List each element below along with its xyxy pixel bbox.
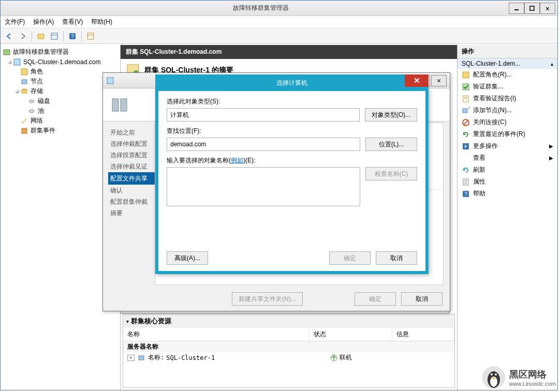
watermark-url: www.Linuxidc.com: [509, 381, 556, 387]
action-item-2[interactable]: 查看验证报告(I): [458, 93, 557, 104]
table-row[interactable]: + 名称: SQL-Cluster-1 联机: [123, 352, 454, 363]
new-share-button[interactable]: 新建共享文件夹(N)...: [232, 292, 303, 306]
minimize-button[interactable]: [509, 3, 524, 14]
wizard-step-5[interactable]: 确认: [110, 185, 155, 196]
tree-disks[interactable]: 磁盘: [3, 96, 118, 106]
refresh-icon: [462, 166, 470, 174]
svg-text:?: ?: [71, 34, 74, 39]
wizard-step-1[interactable]: 选择仲裁配置: [110, 138, 155, 149]
col-name[interactable]: 名称: [123, 328, 310, 341]
action-item-7[interactable]: 查看▶: [458, 152, 557, 164]
svg-rect-20: [22, 128, 27, 133]
menu-bar: 文件(F) 操作(A) 查看(V) 帮助(H): [1, 16, 557, 28]
tree-cluster-label: SQL-Cluster-1.demoad.com: [23, 58, 100, 66]
maximize-button[interactable]: [524, 3, 540, 14]
svg-rect-26: [463, 84, 469, 90]
show-hide-button[interactable]: [49, 31, 60, 42]
menu-action[interactable]: 操作(A): [33, 18, 54, 26]
tree-storage[interactable]: ⊿存储: [3, 86, 118, 96]
tree-pools-label: 池: [38, 107, 44, 115]
tree-cluster[interactable]: ⊿SQL-Cluster-1.demoad.com: [3, 57, 118, 67]
tree-pools[interactable]: 池: [3, 106, 118, 116]
svg-rect-1: [530, 6, 534, 10]
actions-subtitle: SQL-Cluster-1.dem... ▴: [458, 58, 557, 69]
back-button[interactable]: [4, 31, 15, 42]
help-toolbar-button[interactable]: ?: [67, 31, 78, 42]
svg-rect-41: [107, 78, 113, 84]
core-resources-header[interactable]: ▾群集核心资源: [123, 314, 454, 328]
svg-point-16: [29, 110, 34, 113]
svg-rect-7: [87, 33, 94, 39]
extra-toolbar-button[interactable]: [85, 31, 96, 42]
wizard-step-3[interactable]: 选择仲裁见证: [110, 161, 155, 172]
wizard-step-4[interactable]: 配置文件共享: [108, 172, 155, 185]
core-group[interactable]: 服务器名称: [123, 341, 454, 352]
svg-rect-25: [463, 72, 469, 78]
action-item-0[interactable]: 配置角色(R)...: [458, 69, 557, 81]
forward-button[interactable]: [17, 31, 28, 42]
action-item-10[interactable]: ?帮助: [458, 188, 557, 200]
action-item-6[interactable]: 更多操作▶: [458, 140, 557, 152]
reset-icon: [462, 130, 470, 139]
tree-root-label: 故障转移群集管理器: [13, 48, 69, 56]
action-item-5[interactable]: 重置最近的事件(R): [458, 128, 557, 140]
action-item-4[interactable]: 关闭连接(C): [458, 116, 557, 128]
svg-rect-9: [4, 50, 10, 55]
select-computer-close-button[interactable]: ✕: [405, 74, 429, 87]
action-item-1[interactable]: 验证群集...: [458, 81, 557, 93]
tree-roles-label: 角色: [31, 67, 43, 76]
close-icon: [462, 118, 470, 127]
action-item-3[interactable]: +添加节点(N)...: [458, 104, 557, 116]
action-item-9[interactable]: 属性: [458, 176, 557, 188]
help-icon: ?: [462, 190, 470, 198]
wizard-step-0[interactable]: 开始之前: [110, 127, 155, 138]
select-computer-ok-button[interactable]: 确定: [329, 251, 371, 265]
online-icon: [330, 354, 337, 361]
object-type-button[interactable]: 对象类型(O)...: [365, 108, 417, 122]
svg-rect-14: [22, 90, 27, 93]
wizard-step-7[interactable]: 摘要: [110, 207, 155, 219]
wizard-icon: [106, 77, 114, 85]
main-title: 故障转移群集管理器: [13, 4, 509, 12]
check-names-button[interactable]: 检查名称(C): [365, 167, 417, 180]
select-computer-cancel-button[interactable]: 取消: [376, 251, 417, 265]
menu-file[interactable]: 文件(F): [5, 18, 25, 26]
tree-root[interactable]: 故障转移群集管理器: [3, 47, 118, 57]
actions-collapse-icon[interactable]: ▴: [551, 61, 553, 67]
tree-nodes[interactable]: 节点: [3, 77, 118, 86]
wizard-close-button[interactable]: ✕: [431, 75, 447, 86]
role-icon: [462, 71, 470, 79]
actions-panel: 操作 SQL-Cluster-1.dem... ▴ 配置角色(R)...验证群集…: [457, 45, 557, 390]
close-button[interactable]: ✕: [540, 3, 555, 14]
advanced-button[interactable]: 高级(A)...: [167, 251, 208, 265]
wizard-step-2[interactable]: 选择投票配置: [110, 149, 155, 161]
col-info[interactable]: 信息: [392, 328, 454, 341]
location-button[interactable]: 位置(L)...: [365, 138, 417, 151]
action-label: 添加节点(N)...: [473, 106, 512, 115]
expand-icon[interactable]: +: [127, 355, 135, 361]
object-name-input[interactable]: [167, 167, 360, 206]
select-computer-dialog: 选择计算机 ✕ 选择此对象类型(S): 对象类型(O)... 查找位置(F): …: [155, 88, 429, 274]
tree-networks[interactable]: 网络: [3, 116, 118, 126]
wizard-step-6[interactable]: 配置群集仲裁: [110, 196, 155, 207]
report-icon: [462, 95, 470, 103]
object-type-label: 选择此对象类型(S):: [167, 97, 417, 106]
menu-help[interactable]: 帮助(H): [91, 18, 112, 26]
menu-view[interactable]: 查看(V): [62, 18, 83, 26]
up-button[interactable]: [35, 31, 47, 42]
action-label: 属性: [473, 177, 485, 186]
core-resources-section: ▾群集核心资源 名称 状态 信息 服务器名称 + 名称: SQL-Cluster…: [123, 314, 455, 388]
chevron-right-icon: ▶: [549, 155, 553, 161]
example-link[interactable]: 例如: [231, 157, 243, 164]
watermark-text: 黑区网络: [509, 368, 556, 381]
svg-rect-23: [139, 356, 144, 360]
action-item-8[interactable]: 刷新: [458, 164, 557, 176]
wizard-cancel-button[interactable]: 取消: [401, 292, 443, 306]
tree-events[interactable]: 群集事件: [3, 126, 118, 135]
svg-line-33: [464, 120, 468, 125]
svg-rect-3: [51, 33, 57, 39]
action-label: 帮助: [473, 189, 485, 198]
col-status[interactable]: 状态: [310, 328, 392, 341]
tree-roles[interactable]: 角色: [3, 67, 118, 77]
wizard-ok-button[interactable]: 确定: [355, 292, 396, 306]
